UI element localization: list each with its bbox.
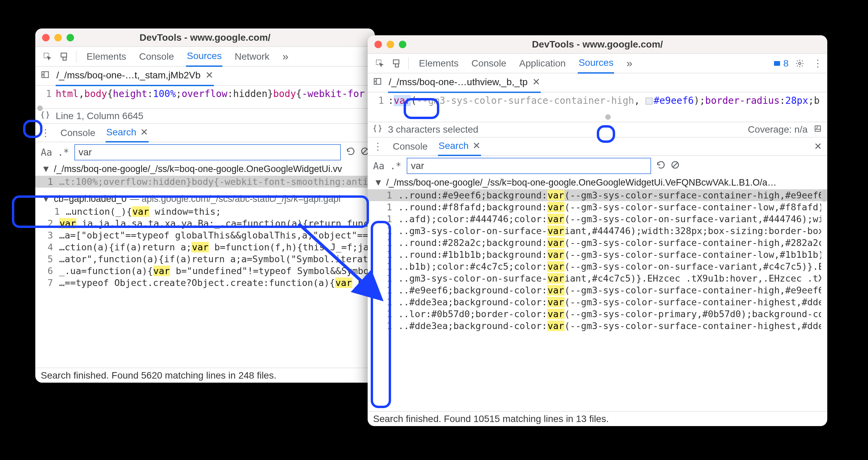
tab-console[interactable]: Console — [471, 54, 507, 73]
file-tab[interactable]: /_/mss/boq-one-…uthview,_b,_tp ✕ — [388, 72, 541, 93]
match-case-icon[interactable]: Aa — [41, 147, 52, 158]
result-line[interactable]: 1..gm3-sys-color-on-surface-variant,#c4c… — [368, 272, 827, 284]
close-icon[interactable]: ✕ — [473, 140, 480, 151]
close-icon[interactable]: ✕ — [205, 70, 213, 81]
result-line[interactable]: 1..b1b);color:#c4c7c5;color:var(--gm3-sy… — [368, 261, 827, 272]
tab-elements[interactable]: Elements — [418, 54, 459, 73]
search-summary: Search finished. Found 5620 matching lin… — [41, 370, 276, 381]
close-icon[interactable] — [374, 41, 382, 48]
device-toggle-icon[interactable] — [57, 50, 71, 63]
search-input[interactable] — [74, 144, 341, 160]
editor-status: Line 1, Column 6645 — [35, 108, 375, 124]
kebab-icon[interactable]: ⋮ — [41, 127, 50, 138]
result-line[interactable]: 1..round:#f8fafd;background:var(--gm3-sy… — [368, 201, 827, 213]
navigator-toggle-icon[interactable] — [373, 77, 382, 88]
scroll-thumb-icon[interactable] — [605, 114, 611, 120]
drawer-tab-console[interactable]: Console — [393, 141, 428, 152]
search-results-left[interactable]: ▼ /_/mss/boq-one-google/_/ss/k=boq-one-g… — [35, 162, 375, 368]
search-results-right[interactable]: ▼ /_/mss/boq-one-google/_/ss/k=boq-one-g… — [368, 176, 827, 411]
code-editor[interactable]: 1 :var(--gm3-sys-color-surface-container… — [368, 92, 827, 122]
result-line[interactable]: 1..round:#282a2c;background:var(--gm3-sy… — [368, 237, 827, 249]
issues-badge[interactable]: 8 — [773, 58, 789, 69]
drawer-tab-search[interactable]: Search✕ — [106, 123, 149, 142]
line-number: 1 — [368, 95, 388, 106]
divider — [408, 57, 409, 70]
disclosure-icon[interactable]: ▼ — [41, 194, 51, 204]
device-toggle-icon[interactable] — [389, 57, 403, 70]
result-line[interactable]: 2var ia,ja,la,sa,ta,xa,ya,Ba;_.ca=functi… — [35, 217, 375, 229]
result-line[interactable]: 7…==typeof Object.create?Object.create:f… — [35, 277, 375, 289]
selection-status: 3 characters selected — [388, 124, 478, 135]
minimize-icon[interactable] — [54, 34, 62, 41]
window-title: DevTools - www.google.com/ — [368, 39, 827, 50]
refresh-icon[interactable] — [657, 160, 665, 172]
traffic-lights — [374, 41, 406, 48]
titlebar[interactable]: DevTools - www.google.com/ — [368, 35, 827, 54]
traffic-lights — [42, 34, 74, 41]
result-line[interactable]: 1…unction(_){var window=this; — [35, 206, 375, 217]
result-line[interactable]: 6_.ua=function(a){var b="undefined"!=typ… — [35, 265, 375, 277]
result-line[interactable]: 1..gm3-sys-color-on-surface-variant,#444… — [368, 225, 827, 237]
pretty-print-icon[interactable] — [41, 111, 50, 122]
kebab-icon[interactable]: ⋮ — [811, 56, 825, 71]
close-drawer-icon[interactable]: ✕ — [814, 141, 822, 152]
devtools-window-left: DevTools - www.google.com/ Elements Cons… — [35, 28, 375, 383]
result-line[interactable]: 1..afd);color:#444746;color:var(--gm3-sy… — [368, 213, 827, 225]
close-icon[interactable]: ✕ — [532, 76, 540, 88]
result-line[interactable]: 1..lor:#0b57d0;border-color:var(--gm3-sy… — [368, 308, 827, 320]
result-file-origin: — apis.google.com/_/scs/abc-static/_/js/… — [130, 194, 341, 204]
svg-line-16 — [673, 162, 678, 167]
inspect-icon[interactable] — [41, 50, 54, 63]
result-line[interactable]: 4…ction(a){if(a)return a;var b=function(… — [35, 241, 375, 253]
drawer-tab-search[interactable]: Search✕ — [438, 137, 481, 156]
disclosure-icon[interactable]: ▼ — [41, 164, 51, 174]
code-line: :var(--gm3-sys-color-surface-container-h… — [388, 95, 820, 106]
gear-icon[interactable] — [793, 57, 806, 70]
code-editor[interactable]: 1 html,body{height:100%;overflow:hidden}… — [35, 85, 375, 108]
refresh-icon[interactable] — [346, 147, 355, 158]
kebab-icon[interactable]: ⋮ — [373, 141, 383, 152]
more-tabs-icon[interactable]: » — [282, 46, 289, 67]
tab-sources[interactable]: Sources — [578, 53, 614, 74]
result-line[interactable]: 1 …t:100%;overflow:hidden}body{-webkit-f… — [35, 176, 375, 188]
regex-icon[interactable]: .* — [390, 160, 402, 172]
result-line[interactable]: 1..#dde3ea;background-color:var(--gm3-sy… — [368, 320, 827, 332]
result-line[interactable]: 1..round:#1b1b1b;background:var(--gm3-sy… — [368, 249, 827, 261]
tab-application[interactable]: Application — [518, 54, 566, 73]
result-line[interactable]: 3…a=["object"==typeof globalThis&&global… — [35, 229, 375, 241]
pretty-print-icon[interactable] — [373, 124, 382, 135]
disclosure-icon[interactable]: ▼ — [374, 177, 383, 188]
tab-console[interactable]: Console — [138, 47, 175, 66]
tab-sources[interactable]: Sources — [186, 46, 222, 67]
result-file[interactable]: ▼ /_/mss/boq-one-google/_/ss/k=boq-one-g… — [368, 176, 827, 189]
zoom-icon[interactable] — [399, 41, 406, 48]
scrollbar-thumb[interactable] — [822, 190, 827, 202]
zoom-icon[interactable] — [67, 34, 74, 41]
titlebar[interactable]: DevTools - www.google.com/ — [35, 28, 375, 47]
regex-icon[interactable]: .* — [58, 147, 69, 158]
result-file[interactable]: ▼ cb=gapi.loaded_0 — apis.google.com/_/s… — [35, 192, 375, 206]
search-footer: Search finished. Found 5620 matching lin… — [35, 368, 375, 383]
result-file[interactable]: ▼ /_/mss/boq-one-google/_/ss/k=boq-one-g… — [35, 162, 375, 176]
close-icon[interactable]: ✕ — [140, 127, 148, 138]
result-line[interactable]: 1..#dde3ea;background-color:var(--gm3-sy… — [368, 296, 827, 308]
more-tabs-icon[interactable]: » — [626, 53, 633, 74]
file-tab[interactable]: /_/mss/boq-one-…t,_stam,jMb2Vb ✕ — [56, 65, 214, 86]
search-input[interactable] — [407, 158, 651, 174]
navigator-toggle-icon[interactable] — [41, 70, 50, 81]
file-tab-label: /_/mss/boq-one-…t,_stam,jMb2Vb — [56, 70, 201, 81]
minimize-icon[interactable] — [387, 41, 394, 48]
clear-icon[interactable] — [671, 160, 680, 172]
drawer-tab-console[interactable]: Console — [60, 128, 95, 138]
tab-network[interactable]: Network — [234, 47, 270, 66]
source-map-icon[interactable] — [814, 124, 822, 135]
code-line: html,body{height:100%;overflow:hidden}bo… — [56, 88, 365, 99]
match-case-icon[interactable]: Aa — [373, 160, 385, 172]
result-line[interactable]: 1..round:#e9eef6;background:var(--gm3-sy… — [368, 189, 827, 201]
scroll-thumb-icon[interactable] — [37, 106, 43, 111]
tab-elements[interactable]: Elements — [86, 47, 127, 66]
inspect-icon[interactable] — [373, 57, 387, 70]
result-line[interactable]: 1..#e9eef6;background-color:var(--gm3-sy… — [368, 284, 827, 296]
result-line[interactable]: 5…ator",function(a){if(a)return a;a=Symb… — [35, 253, 375, 265]
close-icon[interactable] — [42, 34, 50, 41]
